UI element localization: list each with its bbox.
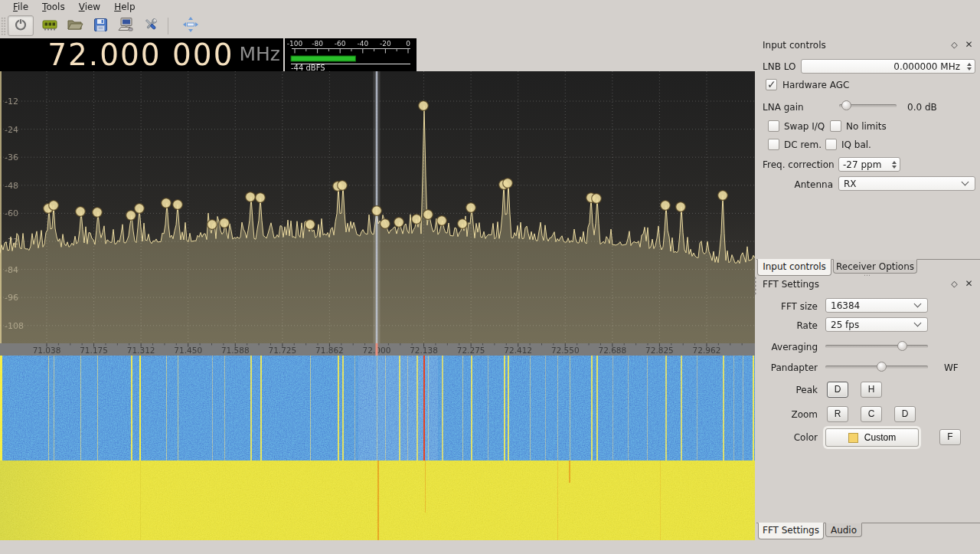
remote-control-button[interactable] — [116, 17, 135, 35]
swap-iq-checkbox[interactable] — [768, 120, 779, 132]
spinner-arrows-icon[interactable] — [888, 158, 900, 171]
slider-knob[interactable] — [877, 362, 887, 372]
peak-marker — [676, 202, 686, 212]
waterfall-signal-line — [612, 356, 613, 461]
iq-bal-checkbox[interactable] — [825, 139, 837, 150]
lna-gain-label: LNA gain — [763, 102, 804, 113]
spinner-arrows-icon[interactable] — [963, 60, 975, 73]
save-file-button[interactable] — [91, 17, 109, 35]
peak-marker — [394, 218, 404, 228]
slider-knob[interactable] — [841, 100, 851, 110]
tab-fft-settings[interactable]: FFT Settings — [758, 523, 824, 539]
fft-size-value: 16384 — [826, 300, 915, 311]
freq-correction-label: Freq. correction — [763, 159, 835, 170]
gqrx-window: { "menu": { "items": [ {"label":"File"},… — [0, 0, 980, 554]
menu-help[interactable]: Help — [107, 1, 142, 14]
chevron-down-icon — [914, 300, 922, 308]
waterfall-strong-line — [377, 461, 379, 540]
averaging-slider[interactable] — [825, 340, 928, 352]
pandapter-spectrum[interactable]: -12-24-36-48-60-72-84-96-108 — [0, 71, 755, 343]
peak-marker — [466, 203, 476, 213]
configure-device-button[interactable] — [41, 17, 59, 35]
frequency-digits[interactable]: 72.000 000 — [47, 40, 234, 70]
waterfall-signal-line — [442, 356, 443, 461]
waterfall-strong-line — [425, 461, 426, 513]
color-scheme-button[interactable]: Custom — [825, 428, 919, 447]
no-limits-label[interactable]: No limits — [846, 121, 887, 132]
waterfall-signal-line — [260, 356, 262, 461]
dock-float-button[interactable]: ◇ — [949, 39, 960, 51]
dock-close-button[interactable]: ✕ — [963, 39, 975, 51]
peak-marker — [93, 208, 103, 218]
toolbar-drag-handle[interactable] — [1, 17, 6, 35]
freq-correction-spinbox[interactable]: -27 ppm — [838, 157, 900, 172]
tab-receiver-options[interactable]: Receiver Options — [833, 259, 917, 274]
swap-iq-label[interactable]: Swap I/Q — [784, 121, 825, 132]
rate-label: Rate — [756, 320, 818, 331]
zoom-reset-button[interactable]: R — [827, 406, 848, 422]
tab-audio[interactable]: Audio — [825, 523, 862, 537]
peak-detect-button[interactable]: D — [827, 382, 848, 398]
dock-float-button[interactable]: ◇ — [949, 278, 960, 290]
waterfall-signal-line — [596, 356, 598, 461]
waterfall-signal-line — [250, 356, 252, 461]
pandapter-wf-split-slider[interactable] — [825, 361, 928, 372]
fft-dock-tabbar: FFT Settings Audio — [756, 523, 980, 523]
pan-button[interactable] — [181, 17, 200, 35]
svg-text:-36: -36 — [5, 152, 18, 162]
dc-rem-checkbox[interactable] — [768, 139, 779, 150]
dock-close-button[interactable]: ✕ — [963, 278, 975, 290]
waterfall[interactable] — [0, 356, 755, 461]
peak-marker — [503, 179, 513, 188]
frequency-display[interactable]: 72.000 000 MHz — [0, 38, 283, 71]
waterfall-signal-line — [733, 356, 734, 461]
fft-size-combo[interactable]: 16384 — [825, 298, 928, 313]
frequency-scale[interactable]: 71.03871.17571.31271.45071.58871.72571.8… — [0, 343, 755, 356]
no-limits-checkbox[interactable] — [830, 120, 841, 132]
spectrum-svg: -12-24-36-48-60-72-84-96-108 — [0, 71, 755, 343]
waterfall-strong-period[interactable] — [0, 461, 755, 540]
waterfall-signal-line — [385, 356, 386, 461]
frequency-scale-svg: 71.03871.17571.31271.45071.58871.72571.8… — [0, 343, 755, 356]
start-dsp-button[interactable] — [8, 15, 34, 36]
antenna-combo[interactable]: RX — [838, 176, 975, 191]
waterfall-signal-line — [628, 356, 629, 461]
waterfall-signal-line — [0, 356, 2, 461]
svg-text:-40: -40 — [357, 40, 368, 48]
lna-gain-slider[interactable] — [839, 100, 897, 111]
waterfall-strong-line — [557, 461, 558, 540]
zoom-center-button[interactable]: C — [861, 406, 882, 422]
peak-marker — [162, 198, 172, 208]
waterfall-signal-line — [166, 356, 167, 461]
lnb-lo-spinbox[interactable]: 0.000000 MHz — [801, 59, 975, 74]
menu-view[interactable]: View — [72, 1, 107, 14]
hardware-agc-checkbox[interactable] — [766, 79, 777, 90]
menu-bar: File Tools View Help — [0, 0, 980, 15]
svg-text:-12: -12 — [5, 97, 18, 107]
hardware-agc-label[interactable]: Hardware AGC — [782, 80, 849, 90]
fill-button[interactable]: F — [939, 429, 961, 445]
open-file-button[interactable] — [66, 17, 84, 35]
menu-file[interactable]: File — [6, 1, 35, 14]
waterfall-signal-line — [399, 356, 400, 461]
svg-text:72.825: 72.825 — [645, 346, 674, 355]
input-controls-title: Input controls — [763, 40, 826, 51]
lnb-lo-value: 0.000000 MHz — [802, 61, 963, 72]
pandapter-label: Pandapter — [756, 362, 818, 373]
lna-gain-value: 0.0 dB — [907, 102, 937, 113]
dc-rem-label[interactable]: DC rem. — [784, 139, 822, 150]
svg-text:71.725: 71.725 — [268, 346, 296, 355]
zoom-demod-button[interactable]: D — [894, 406, 916, 422]
menu-tools[interactable]: Tools — [35, 1, 72, 14]
peak-marker — [207, 220, 217, 230]
peak-hold-button[interactable]: H — [861, 382, 882, 398]
tab-input-controls[interactable]: Input controls — [757, 259, 831, 276]
antenna-value: RX — [839, 179, 962, 189]
rate-combo[interactable]: 25 fps — [825, 317, 928, 332]
waterfall-signal-line — [557, 356, 558, 461]
waterfall-signal-line — [377, 356, 377, 461]
iq-bal-label[interactable]: IQ bal. — [841, 139, 871, 150]
svg-text:-20: -20 — [380, 40, 391, 48]
slider-knob[interactable] — [897, 341, 907, 351]
tools-button[interactable] — [142, 17, 160, 35]
